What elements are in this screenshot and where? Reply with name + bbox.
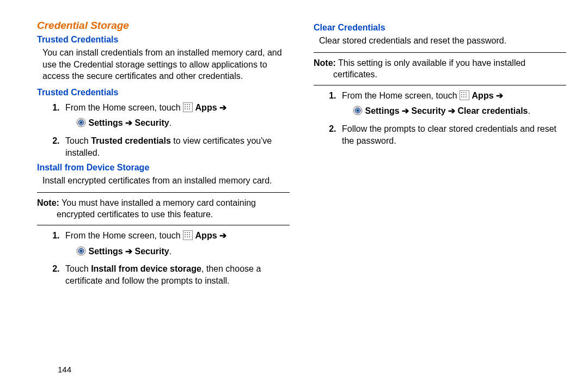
svg-rect-29 <box>465 92 467 93</box>
note-label: Note: <box>314 58 336 68</box>
right-column: Clear Credentials Clear stored credentia… <box>314 20 566 291</box>
note-text: This setting is only available if you ha… <box>336 58 525 68</box>
svg-rect-35 <box>465 96 467 97</box>
svg-rect-20 <box>185 236 186 237</box>
step-item: Follow the prompts to clear stored crede… <box>339 123 566 146</box>
svg-rect-3 <box>189 104 190 105</box>
security-label: Security <box>411 106 445 115</box>
manual-page: Credential Storage Trusted Credentials Y… <box>0 0 588 291</box>
settings-label: Settings <box>365 106 399 115</box>
steps-list-2: From the Home screen, touch Apps ➔ <box>37 230 290 286</box>
svg-rect-17 <box>185 234 186 235</box>
step-sub: Settings ➔ Security. <box>76 117 290 131</box>
step-text: Follow the prompts to clear stored crede… <box>342 124 556 145</box>
security-label: Security <box>134 118 169 127</box>
step-text: Touch <box>65 264 91 273</box>
subhead-trusted-1: Trusted Credentials <box>37 35 290 45</box>
step-text: Touch <box>65 136 91 145</box>
step-text: From the Home screen, touch <box>342 91 460 100</box>
arrow: ➔ <box>125 118 132 127</box>
svg-rect-16 <box>189 232 190 233</box>
svg-rect-34 <box>463 96 464 97</box>
svg-rect-6 <box>189 106 190 107</box>
svg-point-38 <box>357 109 359 112</box>
steps-list-1: From the Home screen, touch Apps ➔ <box>37 102 290 158</box>
divider <box>314 85 566 85</box>
divider <box>37 192 290 193</box>
note-text: You must have installed a memory card co… <box>59 198 256 207</box>
security-label: Security <box>134 247 169 256</box>
svg-rect-9 <box>189 108 190 109</box>
paragraph: Install encrypted certificates from an i… <box>42 175 290 187</box>
step-item: From the Home screen, touch Apps ➔ <box>62 102 290 131</box>
step-sub: Settings ➔ Security ➔ Clear credentials. <box>353 105 566 119</box>
svg-rect-5 <box>187 106 188 107</box>
svg-rect-2 <box>187 104 188 105</box>
steps-list-3: From the Home screen, touch Apps ➔ <box>314 90 566 146</box>
page-number: 144 <box>58 365 71 374</box>
settings-gear-icon <box>353 106 363 119</box>
apps-grid-icon <box>460 90 469 103</box>
step-item: Touch Install from device storage, then … <box>62 263 290 286</box>
svg-rect-31 <box>463 94 464 95</box>
svg-rect-7 <box>185 108 186 109</box>
svg-rect-19 <box>189 234 190 235</box>
note: Note: You must have installed a memory c… <box>37 197 290 220</box>
svg-rect-28 <box>463 92 464 93</box>
apps-label: Apps <box>195 231 217 240</box>
svg-rect-4 <box>185 106 186 107</box>
settings-gear-icon <box>76 118 86 131</box>
settings-label: Settings <box>88 118 122 127</box>
settings-gear-icon <box>76 246 86 259</box>
step-text: From the Home screen, touch <box>65 103 183 112</box>
arrow: ➔ <box>496 91 503 100</box>
svg-rect-22 <box>189 236 190 237</box>
clear-credentials-label: Clear credentials <box>458 106 528 115</box>
svg-rect-1 <box>185 104 186 105</box>
svg-rect-14 <box>185 232 186 233</box>
apps-label: Apps <box>472 91 494 100</box>
svg-rect-30 <box>461 94 462 95</box>
apps-grid-icon <box>183 102 193 115</box>
note: Note: This setting is only available if … <box>314 57 566 81</box>
arrow: ➔ <box>402 106 409 115</box>
divider <box>37 225 290 225</box>
paragraph: You can install credentials from an inst… <box>42 47 290 82</box>
step-sub: Settings ➔ Security. <box>76 246 290 259</box>
subhead-clear: Clear Credentials <box>314 23 566 33</box>
step-text: From the Home screen, touch <box>65 231 183 240</box>
svg-rect-18 <box>187 234 188 235</box>
step-item: Touch Trusted credentials to view certif… <box>62 135 290 158</box>
subhead-install: Install from Device Storage <box>37 163 290 173</box>
arrow: ➔ <box>219 103 226 112</box>
left-column: Credential Storage Trusted Credentials Y… <box>37 20 290 291</box>
bold-term: Trusted credentials <box>91 136 171 145</box>
note-text-cont: encrypted certificates to use this featu… <box>57 209 290 220</box>
subhead-trusted-2: Trusted Credentials <box>37 88 290 97</box>
svg-rect-21 <box>187 236 188 237</box>
paragraph: Clear stored credentials and reset the p… <box>319 35 566 47</box>
step-item: From the Home screen, touch Apps ➔ <box>62 230 290 259</box>
svg-rect-33 <box>461 96 462 97</box>
apps-label: Apps <box>195 103 217 112</box>
apps-grid-icon <box>183 230 193 243</box>
arrow: ➔ <box>125 247 132 256</box>
svg-rect-27 <box>461 92 462 93</box>
bold-term: Install from device storage <box>91 264 201 273</box>
svg-point-12 <box>80 121 82 124</box>
svg-rect-8 <box>187 108 188 109</box>
note-label: Note: <box>37 198 59 207</box>
divider <box>314 52 566 53</box>
note-text-cont: certificates. <box>333 69 566 81</box>
section-title: Credential Storage <box>37 20 290 32</box>
settings-label: Settings <box>88 247 122 256</box>
svg-rect-15 <box>187 232 188 233</box>
arrow: ➔ <box>219 231 226 240</box>
svg-point-25 <box>80 250 82 252</box>
svg-rect-32 <box>465 94 467 95</box>
arrow: ➔ <box>448 106 455 115</box>
step-item: From the Home screen, touch Apps ➔ <box>339 90 566 119</box>
